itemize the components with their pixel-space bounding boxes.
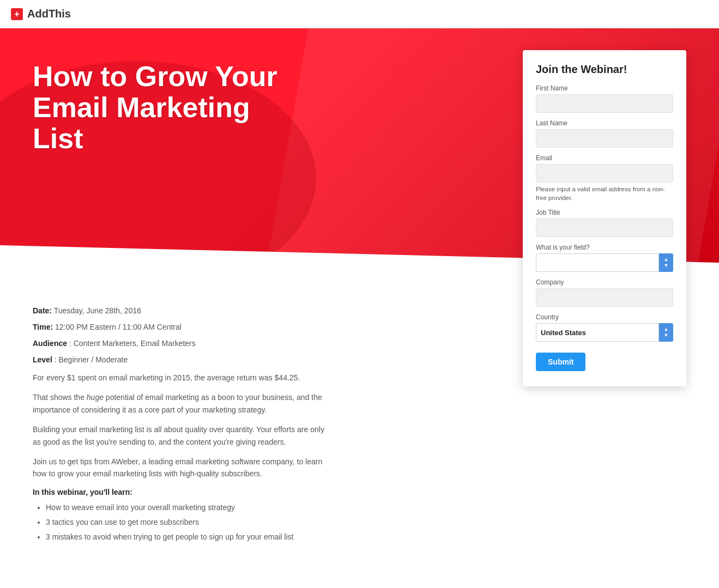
header: + AddThis bbox=[0, 0, 719, 28]
job-title-group: Job Title bbox=[536, 209, 673, 237]
form-title: Join the Webinar! bbox=[536, 63, 673, 76]
email-label: Email bbox=[536, 154, 673, 162]
company-group: Company bbox=[536, 278, 673, 307]
country-label: Country bbox=[536, 313, 673, 321]
field-label: What is your field? bbox=[536, 244, 673, 251]
content-area: Date: Tuesday, June 28th, 2016 Time: 12:… bbox=[0, 290, 360, 568]
time-line: Time: 12:00 PM Eastern / 11:00 AM Centra… bbox=[33, 323, 327, 331]
audience-value: Content Marketers, Email Marketers bbox=[74, 339, 196, 348]
bullet-list: How to weave email into your overall mar… bbox=[33, 502, 327, 543]
first-name-label: First Name bbox=[536, 84, 673, 92]
level-line: Level : Beginner / Moderate bbox=[33, 355, 327, 364]
field-select[interactable]: Marketing Engineering Sales Other bbox=[536, 253, 659, 272]
first-name-input[interactable] bbox=[536, 94, 673, 113]
webinar-form-card: Join the Webinar! First Name Last Name E… bbox=[523, 50, 686, 386]
audience-line: Audience : Content Marketers, Email Mark… bbox=[33, 339, 327, 348]
last-name-input[interactable] bbox=[536, 129, 673, 148]
email-error: Please input a valid email address from … bbox=[536, 185, 673, 202]
logo-icon: + bbox=[11, 8, 23, 20]
hero-content: How to Grow Your Email Marketing List bbox=[0, 28, 467, 209]
bullet-item-1: How to weave email into your overall mar… bbox=[46, 502, 327, 513]
para1: For every $1 spent on email marketing in… bbox=[33, 372, 327, 384]
time-value: 12:00 PM Eastern / 11:00 AM Central bbox=[55, 323, 182, 331]
audience-label: Audience bbox=[33, 339, 67, 348]
date-value: Tuesday, June 28th, 2016 bbox=[54, 306, 141, 315]
audience-colon: : bbox=[69, 339, 74, 348]
email-input[interactable] bbox=[536, 164, 673, 183]
para4: Join us to get tips from AWeber, a leadi… bbox=[33, 456, 327, 480]
last-name-group: Last Name bbox=[536, 119, 673, 148]
country-select-wrapper: United States United Kingdom Canada Aust… bbox=[536, 323, 673, 342]
job-title-input[interactable] bbox=[536, 219, 673, 237]
country-select[interactable]: United States United Kingdom Canada Aust… bbox=[536, 323, 659, 342]
company-label: Company bbox=[536, 278, 673, 286]
field-group: What is your field? Marketing Engineerin… bbox=[536, 244, 673, 272]
hero-title: How to Grow Your Email Marketing List bbox=[33, 61, 434, 155]
job-title-label: Job Title bbox=[536, 209, 673, 216]
webinar-heading: In this webinar, you'll learn: bbox=[33, 488, 327, 496]
bullet-item-2: 3 tactics you can use to get more subscr… bbox=[46, 517, 327, 528]
time-label: Time: bbox=[33, 323, 53, 331]
field-select-arrows[interactable]: ▲ ▼ bbox=[659, 253, 673, 272]
country-select-arrows[interactable]: ▲ ▼ bbox=[659, 323, 673, 342]
date-label: Date: bbox=[33, 306, 52, 315]
logo-text: AddThis bbox=[27, 8, 71, 20]
bullet-item-3: 3 mistakes to avoid when trying to get p… bbox=[46, 531, 327, 543]
level-value: Beginner / Moderate bbox=[58, 355, 128, 364]
para3: Building your email marketing list is al… bbox=[33, 423, 327, 448]
field-select-wrapper: Marketing Engineering Sales Other ▲ ▼ bbox=[536, 253, 673, 272]
email-group: Email Please input a valid email address… bbox=[536, 154, 673, 202]
level-label: Level bbox=[33, 355, 52, 364]
first-name-group: First Name bbox=[536, 84, 673, 113]
para2: That shows the huge potential of email m… bbox=[33, 391, 327, 416]
hero-section: How to Grow Your Email Marketing List Jo… bbox=[0, 28, 719, 290]
country-group: Country United States United Kingdom Can… bbox=[536, 313, 673, 342]
submit-button[interactable]: Submit bbox=[536, 353, 585, 371]
last-name-label: Last Name bbox=[536, 119, 673, 127]
date-line: Date: Tuesday, June 28th, 2016 bbox=[33, 306, 327, 315]
company-input[interactable] bbox=[536, 288, 673, 307]
